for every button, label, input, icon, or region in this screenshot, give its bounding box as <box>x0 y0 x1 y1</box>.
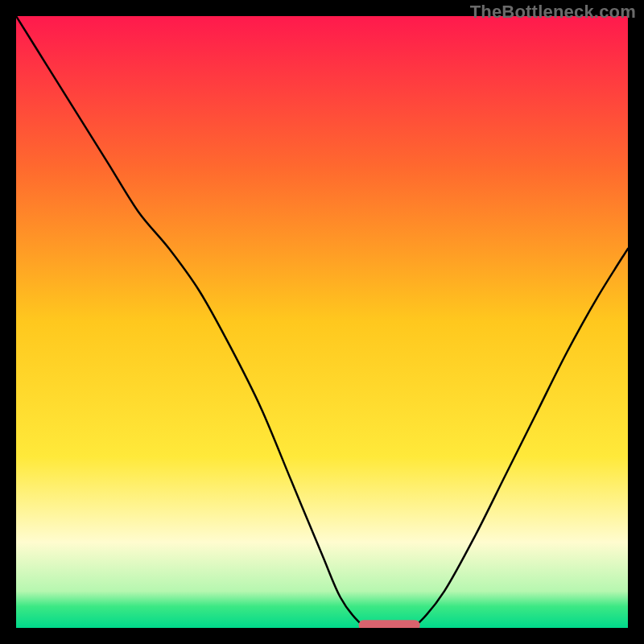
bottleneck-marker <box>359 620 420 628</box>
attribution-label: TheBottleneck.com <box>470 2 636 23</box>
chart-background <box>16 16 628 628</box>
bottleneck-chart <box>16 16 628 628</box>
